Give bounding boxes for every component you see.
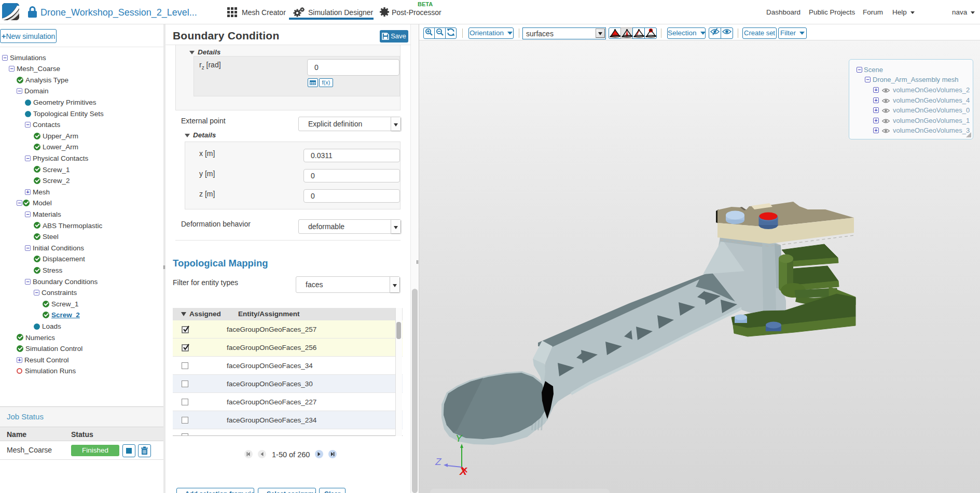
svg-text:X: X bbox=[459, 465, 468, 477]
svg-text:Z: Z bbox=[435, 456, 442, 467]
svg-text:Y: Y bbox=[456, 433, 463, 444]
